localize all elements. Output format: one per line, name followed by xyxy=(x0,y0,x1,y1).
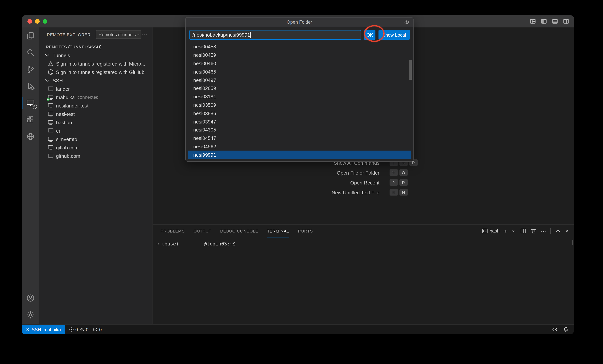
panel-tab-terminal[interactable]: TERMINAL xyxy=(267,224,289,237)
panel-more-actions-button[interactable]: ··· xyxy=(541,228,546,234)
account-icon xyxy=(26,294,35,303)
panel-tab-output[interactable]: OUTPUT xyxy=(193,224,211,237)
folder-item-nesi00465[interactable]: nesi00465 xyxy=(188,68,411,76)
status-bar: SSH: mahuika 0 0 0 xyxy=(22,324,574,334)
split-terminal-icon[interactable] xyxy=(520,228,526,234)
more-actions-button[interactable]: ··· xyxy=(141,32,148,37)
remotes-section-header[interactable]: REMOTES (TUNNELS/SSH) xyxy=(39,42,152,51)
globe-icon xyxy=(26,132,35,141)
folder-item-nesi04562[interactable]: nesi04562 xyxy=(188,142,411,151)
tree-item-lander[interactable]: lander xyxy=(39,85,152,93)
zoom-window-button[interactable] xyxy=(43,19,47,24)
vm-icon xyxy=(48,86,54,92)
key-^: ^ xyxy=(389,179,398,186)
folder-item-nesi02659[interactable]: nesi02659 xyxy=(188,84,411,93)
tree-item-nesilander-test[interactable]: nesilander-test xyxy=(39,101,152,110)
activity-item-accounts[interactable] xyxy=(22,290,39,306)
maximize-panel-icon[interactable] xyxy=(555,228,561,234)
activity-item-settings[interactable] xyxy=(22,306,39,323)
terminal-scrollbar[interactable] xyxy=(572,240,573,245)
activity-item-run-and-debug[interactable] xyxy=(22,78,39,94)
activity-item-remote-explorer[interactable]: × xyxy=(22,94,39,111)
tree-item-gitlab-com[interactable]: gitlab.com xyxy=(39,143,152,152)
folder-item-nesi03181[interactable]: nesi03181 xyxy=(188,93,411,101)
folder-path-input[interactable]: /nesi/nobackup/nesi99991 xyxy=(189,30,361,40)
tree-item-sign-in-to-tunnels-registered-with-github[interactable]: Sign in to tunnels registered with GitHu… xyxy=(39,68,152,76)
tree-item-label: gitlab.com xyxy=(56,145,79,150)
folder-item-nesi04547[interactable]: nesi04547 xyxy=(188,134,411,142)
remote-scope-select[interactable]: Remotes (Tunnels xyxy=(95,30,141,39)
problems-indicator[interactable]: 0 0 xyxy=(69,327,88,332)
folder-item-nesi03886[interactable]: nesi03886 xyxy=(188,109,411,117)
tree-item-mahuika[interactable]: mahuikaconnected xyxy=(39,93,152,101)
activity-item-extensions[interactable] xyxy=(22,111,39,128)
dialog-header[interactable]: Open Folder xyxy=(186,18,413,27)
shell-label: bash xyxy=(490,228,499,234)
terminal-icon xyxy=(482,228,488,234)
watermark-row: New Untitled Text File⌘N xyxy=(277,188,450,198)
ports-indicator[interactable]: 0 xyxy=(93,327,102,332)
panel-tab-ports[interactable]: PORTS xyxy=(298,224,313,237)
panel-tab-problems[interactable]: PROBLEMS xyxy=(161,224,185,237)
status-bar-right xyxy=(552,327,574,332)
folder-item-nesi00459[interactable]: nesi00459 xyxy=(188,51,411,59)
notifications-bell-icon[interactable] xyxy=(563,327,569,332)
folder-item-nesi99991[interactable]: nesi99991 xyxy=(188,151,411,159)
folder-item-nesi04305[interactable]: nesi04305 xyxy=(188,126,411,134)
tree-item-sign-in-to-tunnels-registered-with-micro[interactable]: Sign in to tunnels registered with Micro… xyxy=(39,59,152,68)
terminal[interactable]: ○ (base) @login03:~$ xyxy=(153,237,574,325)
new-terminal-button[interactable]: + xyxy=(504,228,507,234)
panel-tab-debug-console[interactable]: DEBUG CONSOLE xyxy=(220,224,258,237)
search-icon xyxy=(26,48,35,57)
tree-item-ssh[interactable]: SSH xyxy=(39,76,152,85)
remote-indicator[interactable]: SSH: mahuika xyxy=(22,325,65,334)
panel-tabbar: PROBLEMSOUTPUTDEBUG CONSOLETERMINALPORTS… xyxy=(153,224,574,237)
toggle-primary-sidebar-icon[interactable] xyxy=(541,18,547,24)
activity-bar-top: × xyxy=(22,27,39,145)
key-⌘: ⌘ xyxy=(389,169,398,176)
toggle-panel-icon[interactable] xyxy=(552,18,558,24)
error-count: 0 xyxy=(75,327,78,332)
tree-item-tunnels[interactable]: Tunnels xyxy=(39,51,152,59)
close-window-button[interactable] xyxy=(27,19,32,24)
ports-count: 0 xyxy=(99,327,102,332)
tree-item-github-com[interactable]: github.com xyxy=(39,152,152,160)
tree-item-nesi-test[interactable]: nesi-test xyxy=(39,110,152,118)
extensions-icon xyxy=(26,115,35,124)
activity-item-remote-tunnels[interactable] xyxy=(22,128,39,145)
tree-item-bastion[interactable]: bastion xyxy=(39,118,152,127)
toggle-secondary-sidebar-icon[interactable] xyxy=(563,18,569,24)
folder-item-nesi00460[interactable]: nesi00460 xyxy=(188,59,411,68)
activity-item-explorer[interactable] xyxy=(22,27,39,44)
close-panel-button[interactable]: × xyxy=(565,228,568,234)
copilot-icon[interactable] xyxy=(552,327,558,332)
show-local-button[interactable]: Show Local xyxy=(379,30,410,40)
toolbar-separator xyxy=(550,228,551,234)
warning-count: 0 xyxy=(86,327,88,332)
activity-item-source-control[interactable] xyxy=(22,61,39,78)
activity-bar-bottom xyxy=(22,290,39,323)
folder-item-nesi03947[interactable]: nesi03947 xyxy=(188,117,411,126)
customize-layout-icon[interactable] xyxy=(530,18,536,24)
tree-item-label: bastion xyxy=(56,119,72,125)
folder-item-nesi00458[interactable]: nesi00458 xyxy=(188,43,411,51)
desktop-background: × REMOTE EXPLORER Remotes (Tunnels ··· R… xyxy=(0,0,603,364)
eye-icon[interactable] xyxy=(404,19,409,25)
vscode-window: × REMOTE EXPLORER Remotes (Tunnels ··· R… xyxy=(22,15,574,334)
tree-item-eri[interactable]: eri xyxy=(39,127,152,135)
minimize-window-button[interactable] xyxy=(35,19,40,24)
activity-item-search[interactable] xyxy=(22,44,39,61)
scope-select-value: Remotes (Tunnels xyxy=(99,32,136,37)
terminal-dropdown-icon[interactable] xyxy=(511,228,516,234)
tree-item-simvemto[interactable]: simvemto xyxy=(39,135,152,143)
remote-tree: TunnelsSign in to tunnels registered wit… xyxy=(39,51,152,160)
vm-icon xyxy=(48,153,54,159)
list-scrollbar[interactable] xyxy=(409,60,412,80)
tree-item-label: eri xyxy=(56,128,62,134)
kill-terminal-icon[interactable] xyxy=(531,228,537,234)
folder-item-nesi03509[interactable]: nesi03509 xyxy=(188,101,411,109)
ok-button[interactable]: OK xyxy=(364,30,375,40)
folder-item-nesi00497[interactable]: nesi00497 xyxy=(188,76,411,84)
terminal-shell-button[interactable]: bash xyxy=(482,228,499,234)
shell-prompt: @login03:~$ xyxy=(204,241,236,247)
